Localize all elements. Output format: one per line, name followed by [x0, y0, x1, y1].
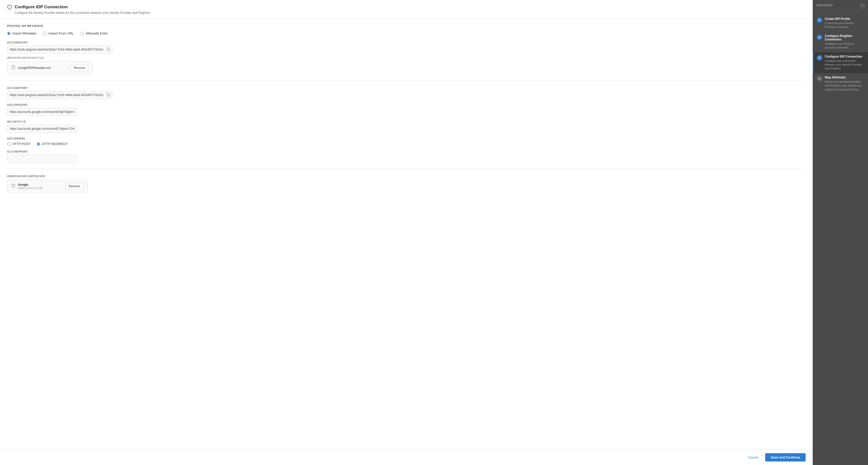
slo-endpoint-field: SLO ENDPOINT: [7, 150, 806, 163]
verification-cert-label: VERIFICATION CERTIFICATE: [7, 175, 806, 178]
sso-binding-group: HTTP POST HTTP REDIRECT: [7, 142, 806, 146]
shield-icon: [7, 4, 12, 9]
metadata-file-name: GoogleIDPMetadata.xml: [18, 66, 68, 70]
cancel-button[interactable]: Cancel: [744, 453, 762, 462]
acs-input-wrapper-top: [7, 45, 113, 54]
copy-acs-bottom-button[interactable]: [106, 93, 111, 98]
acs-endpoint-field-top: ACS ENDPOINT IMPORTED METADATA FILE: [7, 41, 806, 74]
progress-sidebar: PROGRESS Create IDP Profile Customize yo…: [813, 0, 868, 465]
verification-cert-field: VERIFICATION CERTIFICATE Google Valid 11…: [7, 175, 806, 193]
acs-endpoint-field-bottom: ACS ENDPOINT: [7, 87, 806, 99]
step-item-4[interactable]: 4 Map Attributes Define how inbound iden…: [813, 73, 868, 94]
progress-steps: Create IDP Profile Customize your Identi…: [813, 10, 868, 461]
svg-rect-1: [108, 94, 110, 96]
radio-manually-label: Manually Enter: [86, 31, 108, 35]
file-icon: [11, 65, 16, 70]
step-desc-4: Define how inbound identities and PingOn…: [825, 80, 864, 92]
remove-cert-button[interactable]: Remove: [65, 183, 83, 190]
radio-import-metadata-label: Import Metadata: [12, 31, 36, 35]
acs-endpoint-label-top: ACS ENDPOINT: [7, 41, 806, 44]
divider-1: [7, 80, 806, 81]
metadata-file-box: GoogleIDPMetadata.xml Remove: [7, 61, 93, 74]
page-title: Configure IDP Connection: [14, 4, 68, 9]
radio-import-metadata[interactable]: Import Metadata: [7, 31, 36, 35]
step-desc-3: Configure the connection between your Id…: [825, 59, 864, 71]
step-item-2[interactable]: Configure PingOne Connection Configure y…: [813, 32, 868, 52]
slo-endpoint-label: SLO ENDPOINT: [7, 150, 806, 153]
main-content: Configure IDP Connection Configure the I…: [0, 0, 813, 465]
step-name-4: Map Attributes: [825, 76, 864, 79]
step-item-1[interactable]: Create IDP Profile Customize your Identi…: [813, 14, 868, 32]
divider-2: [7, 169, 806, 169]
acs-input-wrapper-bottom: [7, 91, 113, 99]
step-content-2: Configure PingOne Connection Configure y…: [825, 34, 864, 50]
sso-endpoint-field: SSO ENDPOINT: [7, 104, 806, 116]
title-row: Configure IDP Connection: [7, 4, 806, 9]
page-subtitle: Configure the Identity Provider details …: [14, 11, 806, 14]
close-sidebar-button[interactable]: [860, 3, 865, 8]
save-continue-button[interactable]: Save and Continue: [765, 453, 806, 462]
step-content-1: Create IDP Profile Customize your Identi…: [825, 17, 864, 29]
sso-endpoint-input[interactable]: [7, 108, 78, 116]
cert-info: Google Valid 11-24 to 11-29: [18, 183, 63, 190]
copy-acs-top-button[interactable]: [106, 47, 111, 52]
sso-binding-field: SSO BINDING HTTP POST HTTP REDIRECT: [7, 137, 806, 146]
cert-name: Google: [18, 183, 63, 187]
slo-endpoint-input[interactable]: [7, 155, 78, 163]
imported-metadata-label: IMPORTED METADATA FILE: [7, 57, 806, 59]
section-title: PROVIDE IDP METADATA: [7, 24, 806, 27]
metadata-radio-group: Import Metadata Import From URL Manually…: [7, 31, 806, 35]
footer-bar: Cancel Save and Continue: [0, 450, 813, 465]
radio-http-redirect[interactable]: HTTP REDIRECT: [37, 142, 68, 146]
http-post-label: HTTP POST: [12, 142, 31, 146]
cert-box: Google Valid 11-24 to 11-29 Remove: [7, 180, 88, 193]
step-content-3: Configure IDP Connection Configure the c…: [825, 55, 864, 71]
radio-http-post[interactable]: HTTP POST: [7, 142, 31, 146]
step-name-2: Configure PingOne Connection: [825, 34, 864, 41]
acs-endpoint-label-bottom: ACS ENDPOINT: [7, 87, 806, 90]
idp-entity-id-input[interactable]: [7, 125, 78, 133]
http-redirect-label: HTTP REDIRECT: [42, 142, 68, 146]
step-indicator-1: [817, 18, 822, 23]
page-header: Configure IDP Connection Configure the I…: [0, 0, 813, 18]
radio-manually-enter[interactable]: Manually Enter: [81, 31, 108, 35]
step-desc-2: Configure your PingOne account connectio…: [825, 42, 864, 50]
radio-import-url-label: Import From URL: [49, 31, 74, 35]
acs-endpoint-input-bottom[interactable]: [7, 91, 113, 99]
idp-entity-id-field: IDP ENTITY ID: [7, 121, 806, 133]
svg-rect-0: [108, 49, 110, 51]
step-content-4: Map Attributes Define how inbound identi…: [825, 76, 864, 92]
idp-entity-id-label: IDP ENTITY ID: [7, 121, 806, 123]
cert-validity: Valid 11-24 to 11-29: [18, 187, 63, 190]
step-name-3: Configure IDP Connection: [825, 55, 864, 58]
step-indicator-4: 4: [817, 76, 822, 81]
sso-binding-label: SSO BINDING: [7, 137, 806, 140]
acs-endpoint-input-top[interactable]: [7, 45, 113, 54]
step-item-3[interactable]: 3 Configure IDP Connection Configure the…: [813, 52, 868, 73]
step-desc-1: Customize your Identity Provider connect…: [825, 21, 864, 29]
remove-metadata-button[interactable]: Remove: [70, 65, 88, 71]
radio-import-from-url[interactable]: Import From URL: [43, 31, 74, 35]
sso-endpoint-label: SSO ENDPOINT: [7, 104, 806, 106]
cert-icon: [11, 184, 16, 189]
step-indicator-3: 3: [817, 55, 822, 61]
form-area: PROVIDE IDP METADATA Import Metadata Imp…: [0, 18, 813, 450]
step-name-1: Create IDP Profile: [825, 17, 864, 21]
step-indicator-2: [817, 34, 822, 40]
